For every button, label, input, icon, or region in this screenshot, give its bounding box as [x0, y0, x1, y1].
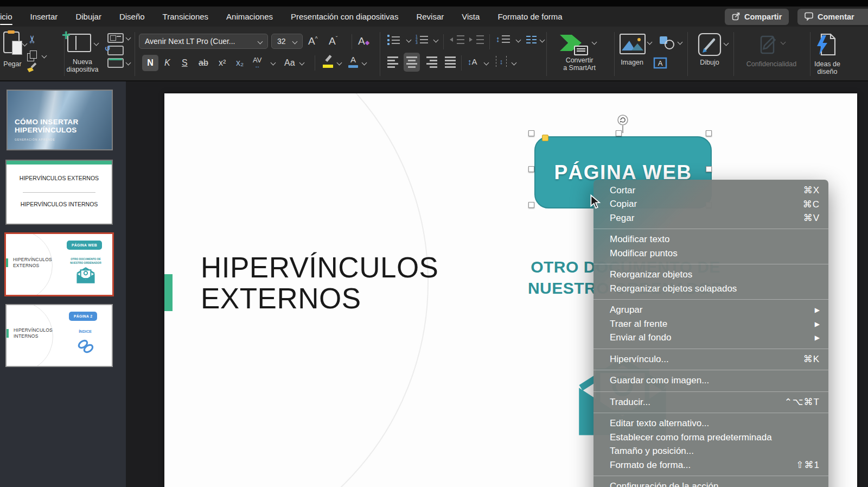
resize-handle-right[interactable]: [706, 166, 712, 172]
align-left-icon[interactable]: [387, 56, 398, 68]
italic-button[interactable]: K: [164, 58, 170, 68]
thumbnail-slide-1[interactable]: CÓMO INSERTAR HIPERVÍNCULOS GENERACIÓN A…: [7, 90, 113, 150]
section-icon[interactable]: [107, 58, 124, 68]
copy-icon[interactable]: [27, 50, 37, 61]
align-center-icon[interactable]: [404, 53, 420, 72]
increase-indent-icon[interactable]: [469, 35, 484, 44]
picture-dropdown-icon[interactable]: [647, 40, 653, 45]
font-color-dropdown-icon[interactable]: [362, 60, 367, 66]
subscript-button[interactable]: x₂: [236, 58, 244, 68]
menu-item-traer-al-frente[interactable]: Traer al frente▶: [593, 317, 828, 331]
change-case-icon[interactable]: Aa: [284, 58, 295, 68]
resize-handle-top-right[interactable]: [706, 130, 712, 136]
resize-handle-left[interactable]: [528, 166, 534, 172]
align-right-icon[interactable]: [426, 56, 437, 68]
thumbnail-slide-3-selected[interactable]: HIPERVÍNCULOS EXTERNOS PÁGINA WEB OTRO D…: [4, 232, 114, 296]
menu-item-establecer-como-forma-predeterminada[interactable]: Establecer como forma predeterminada: [593, 431, 828, 445]
menu-item-configuracion-de-la-accion[interactable]: Configuración de la acción...: [593, 480, 828, 487]
columns-dropdown-icon[interactable]: [540, 37, 545, 43]
menu-item-traducir[interactable]: Traducir...⌃⌥⌘T: [593, 395, 828, 409]
layout-dropdown-icon[interactable]: [126, 35, 131, 41]
tab-diseno[interactable]: Diseño: [119, 12, 145, 21]
shapes-dropdown-icon[interactable]: [678, 40, 683, 45]
tab-formato-de-forma[interactable]: Formato de forma: [497, 12, 562, 21]
new-slide-dropdown-icon[interactable]: [94, 41, 99, 46]
draw-label[interactable]: Dibujo: [695, 59, 724, 66]
columns-icon[interactable]: [526, 36, 537, 43]
decrease-indent-icon[interactable]: [449, 35, 464, 44]
design-ideas-icon[interactable]: [815, 32, 837, 60]
menu-item-tamano-y-posicion[interactable]: Tamaño y posición...: [593, 445, 828, 459]
case-dropdown-icon[interactable]: [299, 60, 305, 66]
line-spacing-dropdown-icon[interactable]: [516, 37, 521, 43]
vertical-align-icon[interactable]: ↕: [496, 56, 507, 67]
text-direction-icon[interactable]: ↕A: [468, 57, 477, 66]
justify-icon[interactable]: [445, 56, 456, 68]
numbering-dropdown-icon[interactable]: [433, 37, 439, 43]
resize-handle-bottom-left[interactable]: [528, 202, 534, 208]
menu-item-copiar[interactable]: Copiar⌘C: [593, 198, 828, 212]
share-button[interactable]: Compartir: [725, 9, 789, 25]
smartart-icon[interactable]: [560, 34, 588, 55]
numbering-icon[interactable]: 123: [416, 35, 428, 45]
tab-transiciones[interactable]: Transiciones: [163, 12, 208, 21]
shape-adjust-handle[interactable]: [542, 135, 548, 141]
smartart-dropdown-icon[interactable]: [592, 40, 597, 45]
menu-item-agrupar[interactable]: Agrupar▶: [593, 303, 828, 318]
menu-item-editar-texto-alternativo[interactable]: Editar texto alternativo...: [593, 417, 828, 431]
highlight-color-icon[interactable]: [322, 55, 334, 68]
picture-icon[interactable]: [620, 34, 646, 54]
menu-item-reorganizar-objetos-solapados[interactable]: Reorganizar objetos solapados: [593, 282, 828, 296]
menu-item-enviar-al-fondo[interactable]: Enviar al fondo▶: [593, 331, 828, 345]
bullets-icon[interactable]: [387, 35, 400, 45]
menu-item-modificar-texto[interactable]: Modificar texto: [593, 233, 828, 247]
vertical-align-dropdown-icon[interactable]: [512, 60, 517, 66]
font-color-icon[interactable]: A: [350, 55, 356, 64]
bullets-dropdown-icon[interactable]: [406, 37, 412, 43]
strikethrough-button[interactable]: ab: [199, 58, 208, 68]
character-spacing-icon[interactable]: AV↔: [253, 56, 261, 68]
draw-dropdown-icon[interactable]: [724, 41, 729, 46]
tab-dibujar[interactable]: Dibujar: [75, 12, 101, 21]
shapes-icon[interactable]: [659, 35, 676, 53]
section-dropdown-icon[interactable]: [126, 60, 131, 66]
draw-icon[interactable]: [698, 33, 722, 59]
menu-item-cortar[interactable]: Cortar⌘X: [593, 184, 828, 198]
cut-icon[interactable]: ✂: [26, 35, 39, 44]
text-direction-dropdown-icon[interactable]: [484, 60, 489, 66]
tab-revisar[interactable]: Revisar: [416, 12, 444, 21]
format-painter-icon[interactable]: [26, 62, 38, 74]
text-box-icon[interactable]: A: [653, 57, 667, 71]
tab-insertar[interactable]: Insertar: [30, 12, 58, 21]
thumbnail-slide-4[interactable]: HIPERVÍNCULOS INTERNOS PÁGINA 2 ÍNDICE: [5, 304, 113, 367]
bold-button[interactable]: N: [142, 55, 158, 71]
menu-item-guardar-como-imagen[interactable]: Guardar como imagen...: [593, 374, 828, 388]
resize-handle-top-left[interactable]: [528, 130, 534, 136]
superscript-button[interactable]: x²: [219, 58, 226, 68]
tab-animaciones[interactable]: Animaciones: [226, 12, 273, 21]
highlight-dropdown-icon[interactable]: [337, 60, 342, 66]
grow-font-icon[interactable]: A^: [308, 35, 317, 47]
menu-item-reorganizar-objetos[interactable]: Reorganizar objetos: [593, 268, 828, 282]
menu-item-formato-de-forma[interactable]: Formato de forma...⇧⌘1: [593, 458, 828, 472]
comment-button[interactable]: Comentar: [797, 9, 868, 25]
tab-vista[interactable]: Vista: [462, 12, 480, 21]
rotate-handle[interactable]: [617, 114, 629, 128]
slide-layout-icon[interactable]: [107, 33, 124, 43]
picture-label[interactable]: Imagen: [616, 59, 648, 66]
menu-item-pegar[interactable]: Pegar⌘V: [593, 211, 828, 225]
font-size-select[interactable]: 32: [271, 34, 303, 49]
tab-presentacion[interactable]: Presentación con diapositivas: [291, 12, 398, 21]
copy-dropdown-icon[interactable]: [42, 53, 47, 59]
underline-button[interactable]: S: [182, 58, 188, 68]
font-name-select[interactable]: Avenir Next LT Pro (Cuer...: [139, 34, 268, 49]
spacing-dropdown-icon[interactable]: [271, 60, 276, 66]
line-spacing-icon[interactable]: ↕: [496, 34, 510, 43]
menu-item-hipervinculo[interactable]: Hipervínculo...⌘K: [593, 352, 828, 366]
tab-inicio[interactable]: icio: [0, 12, 12, 21]
slide-title[interactable]: HIPERVÍNCULOS EXTERNOS: [201, 252, 438, 314]
new-slide-icon[interactable]: [67, 34, 91, 52]
design-ideas-label[interactable]: Ideas dediseño: [808, 60, 846, 75]
thumbnail-slide-2[interactable]: HIPERVÍNCULOS EXTERNOS HIPERVÍNCULOS INT…: [5, 160, 113, 225]
paste-icon[interactable]: [3, 31, 20, 53]
